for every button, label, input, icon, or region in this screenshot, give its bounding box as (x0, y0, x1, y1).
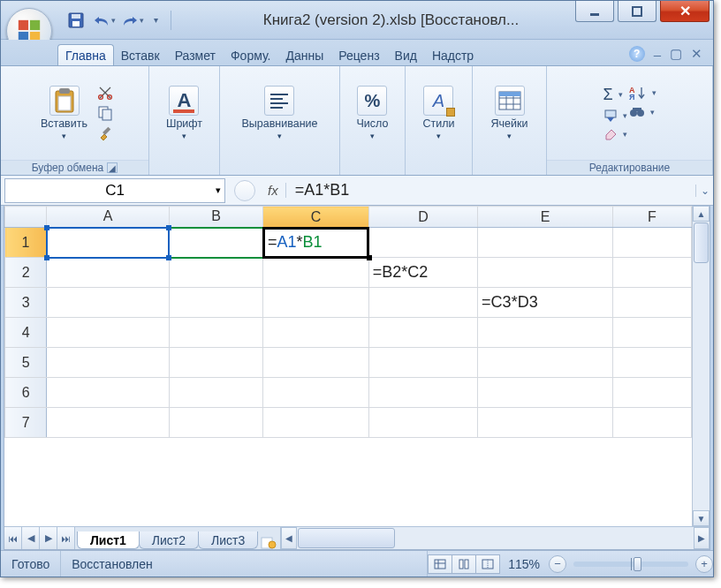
tab-layout[interactable]: Размет (167, 44, 224, 65)
view-page-break-button[interactable] (475, 554, 500, 574)
cell-C1[interactable]: =A1*B1 (263, 228, 368, 258)
scroll-right-button[interactable]: ▶ (694, 527, 710, 549)
cell-A1[interactable] (47, 228, 169, 258)
cell-F1[interactable] (613, 228, 692, 258)
cell-E7[interactable] (478, 408, 613, 438)
row-header-1[interactable]: 1 (5, 228, 47, 258)
cell-D5[interactable] (368, 348, 477, 378)
cell-C3[interactable] (263, 288, 368, 318)
cells-button[interactable]: Ячейки ▾ (486, 82, 534, 144)
cell-F6[interactable] (613, 378, 692, 408)
zoom-in-button[interactable]: + (695, 555, 713, 573)
zoom-out-button[interactable]: − (549, 555, 566, 573)
cell-F7[interactable] (613, 408, 692, 438)
tab-insert[interactable]: Вставк (113, 44, 168, 65)
zoom-slider-knob[interactable] (634, 557, 641, 571)
scroll-down-button[interactable]: ▼ (693, 510, 710, 526)
cut-button[interactable] (96, 84, 114, 102)
close-button[interactable]: ✕ (660, 1, 710, 22)
row-header-4[interactable]: 4 (5, 318, 47, 348)
formula-input[interactable]: =A1*B1 (292, 181, 695, 200)
clipboard-dialog-launcher[interactable]: ◢ (107, 162, 118, 173)
restore-workbook-button[interactable]: ▢ (670, 46, 682, 62)
zoom-slider[interactable] (573, 562, 688, 567)
cell-C6[interactable] (263, 378, 368, 408)
expand-formula-bar-button[interactable]: ⌄ (695, 185, 713, 197)
alignment-button[interactable]: Выравнивание ▾ (236, 82, 323, 144)
col-header-D[interactable]: D (368, 207, 477, 228)
sheet-tab-1[interactable]: Лист1 (77, 531, 140, 549)
cell-F5[interactable] (613, 348, 692, 378)
minimize-button[interactable] (575, 1, 614, 22)
cell-A7[interactable] (47, 408, 169, 438)
save-button[interactable] (65, 9, 87, 32)
col-header-B[interactable]: B (169, 207, 263, 228)
scroll-left-button[interactable]: ◀ (281, 527, 297, 549)
sheet-tab-2[interactable]: Лист2 (139, 531, 199, 549)
help-button[interactable]: ? (629, 46, 645, 62)
tab-home[interactable]: Главна (57, 44, 114, 65)
cancel-formula-button[interactable] (234, 180, 255, 201)
autosum-button[interactable]: Σ (603, 86, 627, 104)
cell-E5[interactable] (478, 348, 613, 378)
cell-B3[interactable] (169, 288, 263, 318)
horizontal-scrollbar[interactable]: ◀ ▶ (280, 527, 710, 549)
zoom-level[interactable]: 115% (499, 557, 549, 571)
row-header-3[interactable]: 3 (5, 288, 47, 318)
sheet-tab-3[interactable]: Лист3 (198, 531, 258, 549)
row-header-6[interactable]: 6 (5, 378, 47, 408)
cell-B5[interactable] (169, 348, 263, 378)
row-header-5[interactable]: 5 (5, 348, 47, 378)
cell-B4[interactable] (169, 318, 263, 348)
col-header-F[interactable]: F (613, 207, 692, 228)
cell-C4[interactable] (263, 318, 368, 348)
cell-E4[interactable] (478, 318, 613, 348)
cell-E2[interactable] (478, 258, 613, 288)
cell-D3[interactable] (368, 288, 477, 318)
close-workbook-button[interactable]: ✕ (691, 46, 702, 62)
cell-B7[interactable] (169, 408, 263, 438)
cell-A2[interactable] (47, 258, 169, 288)
cell-F4[interactable] (613, 318, 692, 348)
cell-D4[interactable] (368, 318, 477, 348)
sort-filter-button[interactable]: АЯ (629, 86, 656, 100)
tab-review[interactable]: Реценз (330, 44, 387, 65)
paste-button[interactable]: Вставить ▾ (35, 82, 93, 144)
format-painter-button[interactable] (96, 124, 114, 142)
cell-C2[interactable] (263, 258, 368, 288)
font-button[interactable]: A Шрифт ▾ (161, 82, 208, 144)
tab-addins[interactable]: Надстр (424, 44, 482, 65)
tab-data[interactable]: Данны (277, 44, 331, 65)
first-sheet-button[interactable]: ⏮ (4, 527, 22, 549)
cell-C7[interactable] (263, 408, 368, 438)
cell-F3[interactable] (613, 288, 692, 318)
col-header-A[interactable]: A (47, 207, 169, 228)
cell-F2[interactable] (613, 258, 692, 288)
cell-E3[interactable]: =C3*D3 (478, 288, 613, 318)
undo-button[interactable] (93, 9, 116, 32)
vertical-scrollbar[interactable]: ▲ ▼ (692, 206, 710, 526)
view-page-layout-button[interactable] (452, 554, 476, 574)
redo-button[interactable] (121, 9, 144, 32)
cell-C5[interactable] (263, 348, 368, 378)
insert-function-button[interactable]: fx (261, 183, 286, 198)
select-all-corner[interactable] (5, 207, 47, 228)
cell-E6[interactable] (478, 378, 613, 408)
cell-B1[interactable] (169, 228, 263, 258)
qat-customize-button[interactable]: ▾ (149, 9, 162, 32)
view-normal-button[interactable] (428, 554, 452, 574)
cell-A3[interactable] (47, 288, 169, 318)
next-sheet-button[interactable]: ▶ (40, 527, 57, 549)
col-header-E[interactable]: E (478, 207, 613, 228)
cell-D1[interactable] (368, 228, 477, 258)
cell-E1[interactable] (478, 228, 613, 258)
row-header-7[interactable]: 7 (5, 408, 47, 438)
prev-sheet-button[interactable]: ◀ (22, 527, 40, 549)
minimize-ribbon-button[interactable]: – (654, 47, 661, 62)
tab-view[interactable]: Вид (387, 44, 425, 65)
number-button[interactable]: % Число ▾ (352, 82, 394, 144)
spreadsheet-grid[interactable]: A B C D E F 1 (4, 206, 692, 438)
cell-D2[interactable]: =B2*C2 (368, 258, 477, 288)
cell-A5[interactable] (47, 348, 169, 378)
cell-D6[interactable] (368, 378, 477, 408)
